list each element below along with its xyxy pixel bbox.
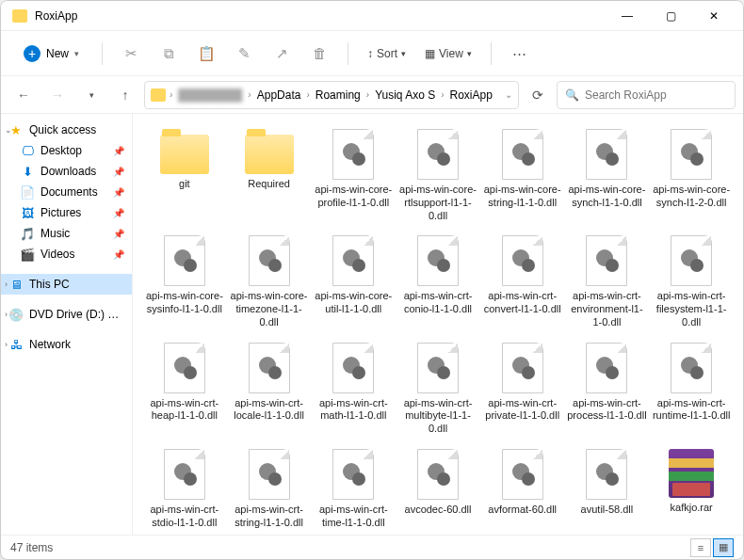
file-name: api-ms-win-crt-environment-l1-1-0.dll	[567, 290, 648, 328]
rename-icon[interactable]: ✎	[227, 37, 261, 71]
file-pane[interactable]: gitRequiredapi-ms-win-core-profile-l1-1-…	[133, 114, 743, 535]
delete-icon[interactable]: 🗑	[302, 37, 336, 71]
paste-icon[interactable]: 📋	[189, 37, 223, 71]
copy-icon[interactable]: ⧉	[152, 37, 186, 71]
file-item[interactable]: api-ms-win-crt-convert-l1-1-0.dll	[480, 230, 565, 334]
file-item[interactable]: api-ms-win-crt-runtime-l1-1-0.dll	[649, 337, 734, 441]
file-item[interactable]: api-ms-win-crt-environment-l1-1-0.dll	[565, 230, 650, 334]
chevron-down-icon: ▾	[467, 49, 472, 58]
file-name: api-ms-win-core-synch-l1-1-0.dll	[567, 184, 648, 210]
breadcrumb-item[interactable]: Yusiq Axo S	[371, 87, 439, 104]
file-item[interactable]: api-ms-win-core-profile-l1-1-0.dll	[311, 123, 396, 228]
file-name: Required	[248, 178, 290, 191]
file-item[interactable]: api-ms-win-core-synch-l1-2-0.dll	[649, 123, 734, 228]
file-item[interactable]: api-ms-win-crt-multibyte-l1-1-0.dll	[396, 337, 480, 441]
file-item[interactable]: api-ms-win-crt-conio-l1-1-0.dll	[396, 230, 480, 334]
breadcrumb-item[interactable]: RoxiApp	[446, 87, 496, 104]
sort-dropdown[interactable]: ↕ Sort ▾	[360, 41, 413, 66]
file-item[interactable]: api-ms-win-core-timezone-l1-1-0.dll	[227, 230, 312, 334]
share-icon[interactable]: ↗	[265, 37, 299, 71]
file-item[interactable]: api-ms-win-core-synch-l1-1-0.dll	[565, 123, 650, 228]
up-button[interactable]: ↑	[110, 80, 140, 110]
file-item[interactable]: api-ms-win-crt-heap-l1-1-0.dll	[142, 337, 227, 441]
sidebar-icon: ⬇	[20, 164, 35, 179]
forward-button[interactable]: →	[42, 80, 73, 110]
sidebar-this-pc[interactable]: › 🖥 This PC	[1, 274, 132, 295]
file-item[interactable]: api-ms-win-core-util-l1-1-0.dll	[311, 230, 396, 334]
file-item[interactable]: git	[142, 123, 227, 228]
search-input[interactable]	[585, 88, 727, 102]
sidebar-item-label: Desktop	[40, 144, 82, 157]
file-name: api-ms-win-core-sysinfo-l1-1-0.dll	[144, 290, 225, 316]
dll-icon	[417, 235, 459, 286]
file-item[interactable]: api-ms-win-crt-private-l1-1-0.dll	[480, 337, 565, 441]
file-name: kafkjo.rar	[671, 502, 713, 515]
chevron-right-icon: ›	[441, 89, 444, 100]
close-button[interactable]: ✕	[692, 1, 736, 31]
recent-dropdown[interactable]: ▾	[76, 80, 106, 110]
breadcrumb-item[interactable]: AppData	[253, 87, 305, 104]
minimize-button[interactable]: —	[606, 1, 649, 31]
file-item[interactable]: api-ms-win-crt-time-l1-1-0.dll	[311, 443, 396, 535]
breadcrumb-item[interactable]: Roaming	[312, 87, 364, 104]
breadcrumb[interactable]: › ████████ › AppData › Roaming › Yusiq A…	[144, 81, 519, 109]
view-dropdown[interactable]: ▦ View ▾	[417, 41, 479, 66]
dll-icon	[671, 235, 712, 286]
file-name: api-ms-win-core-string-l1-1-0.dll	[482, 184, 563, 210]
chevron-right-icon: ›	[5, 280, 8, 289]
new-button[interactable]: + New ▾	[12, 40, 90, 68]
dll-icon	[332, 235, 374, 286]
back-button[interactable]: ←	[8, 80, 39, 110]
breadcrumb-item[interactable]: ████████	[174, 87, 246, 104]
sidebar-item-desktop[interactable]: 🖵Desktop📌	[1, 140, 132, 161]
sidebar-item-documents[interactable]: 📄Documents📌	[1, 182, 132, 202]
maximize-button[interactable]: ▢	[649, 1, 692, 31]
chevron-down-icon[interactable]: ⌄	[505, 89, 512, 100]
sidebar-item-pictures[interactable]: 🖼Pictures📌	[1, 202, 132, 223]
file-name: api-ms-win-crt-locale-l1-1-0.dll	[229, 397, 310, 424]
file-item[interactable]: api-ms-win-core-sysinfo-l1-1-0.dll	[142, 230, 227, 334]
search-box[interactable]: 🔍	[557, 81, 736, 109]
dll-icon	[249, 449, 290, 500]
dll-icon	[586, 129, 627, 180]
more-icon[interactable]: ⋯	[503, 37, 537, 71]
icons-view-button[interactable]: ▦	[713, 538, 734, 557]
file-item[interactable]: avcodec-60.dll	[396, 443, 480, 535]
file-name: api-ms-win-core-util-l1-1-0.dll	[313, 290, 394, 316]
file-name: api-ms-win-crt-process-l1-1-0.dll	[567, 397, 648, 424]
sidebar-item-music[interactable]: 🎵Music📌	[1, 223, 132, 244]
dll-icon	[586, 235, 627, 286]
file-item[interactable]: api-ms-win-core-rtlsupport-l1-1-0.dll	[396, 123, 480, 228]
file-item[interactable]: api-ms-win-crt-filesystem-l1-1-0.dll	[649, 230, 734, 334]
file-item[interactable]: api-ms-win-crt-process-l1-1-0.dll	[565, 337, 650, 441]
file-item[interactable]: avformat-60.dll	[480, 443, 565, 535]
sidebar-item-label: Documents	[40, 185, 98, 199]
rar-icon	[669, 449, 714, 498]
sidebar-dvd[interactable]: › 💿 DVD Drive (D:) CCCC	[1, 304, 132, 325]
dll-icon	[417, 343, 459, 393]
dll-icon	[332, 343, 374, 393]
pin-icon: 📌	[113, 187, 124, 198]
sidebar: ⌄ ★ Quick access 🖵Desktop📌⬇Downloads📌📄Do…	[1, 114, 133, 535]
details-view-button[interactable]: ≡	[690, 538, 711, 557]
file-item[interactable]: api-ms-win-crt-locale-l1-1-0.dll	[227, 337, 312, 441]
file-item[interactable]: api-ms-win-crt-string-l1-1-0.dll	[227, 443, 312, 535]
file-item[interactable]: api-ms-win-crt-stdio-l1-1-0.dll	[142, 443, 227, 535]
file-item[interactable]: api-ms-win-core-string-l1-1-0.dll	[480, 123, 565, 228]
file-item[interactable]: avutil-58.dll	[565, 443, 650, 535]
file-item[interactable]: api-ms-win-crt-math-l1-1-0.dll	[311, 337, 396, 441]
sidebar-item-label: Pictures	[40, 206, 81, 219]
sidebar-quick-access[interactable]: ⌄ ★ Quick access	[1, 120, 132, 140]
file-item[interactable]: Required	[227, 123, 312, 228]
chevron-right-icon: ›	[5, 340, 8, 349]
dll-icon	[164, 449, 205, 500]
refresh-button[interactable]: ⟳	[523, 80, 553, 110]
file-name: api-ms-win-crt-stdio-l1-1-0.dll	[144, 504, 225, 530]
statusbar: 47 items ≡ ▦	[1, 535, 743, 559]
sidebar-network[interactable]: › 🖧 Network	[1, 334, 132, 355]
file-item[interactable]: kafkjo.rar	[649, 443, 734, 535]
file-name: git	[179, 178, 190, 191]
sidebar-item-downloads[interactable]: ⬇Downloads📌	[1, 161, 132, 182]
cut-icon[interactable]: ✂	[114, 37, 148, 71]
sidebar-item-videos[interactable]: 🎬Videos📌	[1, 244, 132, 264]
